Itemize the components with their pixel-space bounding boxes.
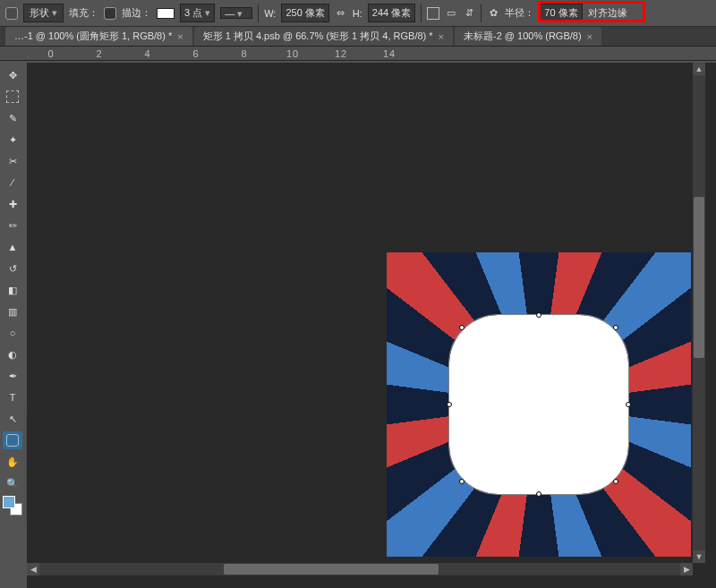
lasso-tool[interactable]: ✎ (3, 109, 22, 127)
hand-tool[interactable]: ✋ (3, 453, 22, 471)
scroll-right-arrow-icon[interactable]: ▶ (680, 563, 693, 575)
radius-input[interactable]: 70 像素 (540, 4, 582, 22)
eyedropper-tool[interactable]: ⁄ (3, 174, 22, 192)
tool-panel: ✥ ✎ ✦ ✂ ⁄ ✚ ✏ ▲ ↺ ◧ ▥ ○ ◐ ✒ T ↖ ✋ 🔍 (0, 63, 25, 516)
scroll-down-arrow-icon[interactable]: ▼ (693, 550, 705, 563)
blur-tool[interactable]: ○ (3, 324, 22, 342)
h-label: H: (353, 8, 362, 19)
path-arrangement-icon[interactable]: ⇵ (463, 7, 475, 20)
scrollbar-thumb[interactable] (224, 564, 439, 575)
tab-label: …-1 @ 100% (圆角矩形 1, RGB/8) * (14, 30, 172, 43)
document-tab[interactable]: …-1 @ 100% (圆角矩形 1, RGB/8) *× (5, 27, 192, 46)
move-tool[interactable]: ✥ (3, 66, 22, 84)
gear-icon[interactable]: ✿ (487, 7, 499, 20)
document-tab-bar: …-1 @ 100% (圆角矩形 1, RGB/8) *× 矩形 1 拷贝 4.… (0, 27, 716, 47)
close-icon[interactable]: × (177, 31, 183, 42)
document-tab[interactable]: 未标题-2 @ 100% (RGB/8)× (455, 27, 601, 46)
eraser-tool[interactable]: ◧ (3, 281, 22, 299)
w-label: W: (264, 8, 276, 19)
path-alignment-icon[interactable]: ▭ (445, 7, 457, 20)
scrollbar-thumb[interactable] (694, 197, 704, 358)
separator (258, 4, 259, 22)
document-tab[interactable]: 矩形 1 拷贝 4.psb @ 66.7% (矩形 1 拷贝 4, RGB/8)… (194, 27, 453, 46)
horizontal-ruler: 02468101214 (0, 47, 716, 61)
stroke-label: 描边： (122, 6, 151, 20)
close-icon[interactable]: × (587, 31, 592, 42)
radius-label: 半径： (505, 6, 534, 20)
marquee-tool[interactable] (3, 88, 22, 106)
clone-stamp-tool[interactable]: ▲ (3, 238, 22, 256)
vertical-scrollbar[interactable]: ▲ ▼ (693, 63, 705, 563)
fill-label: 填充： (69, 6, 98, 20)
stroke-swatch[interactable] (157, 8, 175, 19)
shape-mode-dropdown[interactable]: 形状 (23, 4, 64, 22)
gradient-tool[interactable]: ▥ (3, 303, 22, 320)
separator (481, 4, 482, 22)
canvas-area[interactable]: ▲ ▼ ◀ ▶ (27, 63, 716, 588)
foreground-background-swatch[interactable] (3, 496, 22, 516)
height-input[interactable]: 244 像素 (368, 4, 415, 22)
width-input[interactable]: 250 像素 (281, 4, 328, 22)
link-icon[interactable] (335, 7, 347, 20)
tab-label: 未标题-2 @ 100% (RGB/8) (464, 30, 582, 43)
document-canvas[interactable] (387, 252, 691, 557)
healing-brush-tool[interactable]: ✚ (3, 195, 22, 213)
tool-preset-icon[interactable] (5, 7, 18, 20)
path-operations-icon[interactable] (427, 7, 439, 20)
scroll-up-arrow-icon[interactable]: ▲ (693, 63, 705, 75)
stroke-width-input[interactable]: 3 点 (180, 4, 215, 22)
path-selection-tool[interactable]: ↖ (3, 410, 22, 428)
options-bar: 形状 填充： 描边： 3 点 — W: 250 像素 H: 244 像素 ▭ ⇵… (0, 0, 716, 27)
tab-label: 矩形 1 拷贝 4.psb @ 66.7% (矩形 1 拷贝 4, RGB/8)… (203, 30, 433, 43)
zoom-tool[interactable]: 🔍 (3, 474, 22, 492)
horizontal-scrollbar[interactable]: ◀ ▶ (27, 563, 693, 575)
align-edges-checkbox[interactable]: 对齐边缘 (588, 6, 627, 20)
history-brush-tool[interactable]: ↺ (3, 260, 22, 277)
separator (421, 4, 422, 22)
fill-swatch[interactable] (104, 7, 116, 20)
close-icon[interactable]: × (439, 31, 444, 42)
scroll-left-arrow-icon[interactable]: ◀ (27, 563, 39, 575)
shape-selection-handles[interactable] (449, 315, 628, 494)
type-tool[interactable]: T (3, 388, 22, 406)
crop-tool[interactable]: ✂ (3, 152, 22, 170)
magic-wand-tool[interactable]: ✦ (3, 131, 22, 149)
stroke-style-dropdown[interactable]: — (220, 7, 252, 19)
pen-tool[interactable]: ✒ (3, 367, 22, 385)
dodge-tool[interactable]: ◐ (3, 345, 22, 363)
shape-tool[interactable] (3, 431, 22, 449)
brush-tool[interactable]: ✏ (3, 217, 22, 234)
